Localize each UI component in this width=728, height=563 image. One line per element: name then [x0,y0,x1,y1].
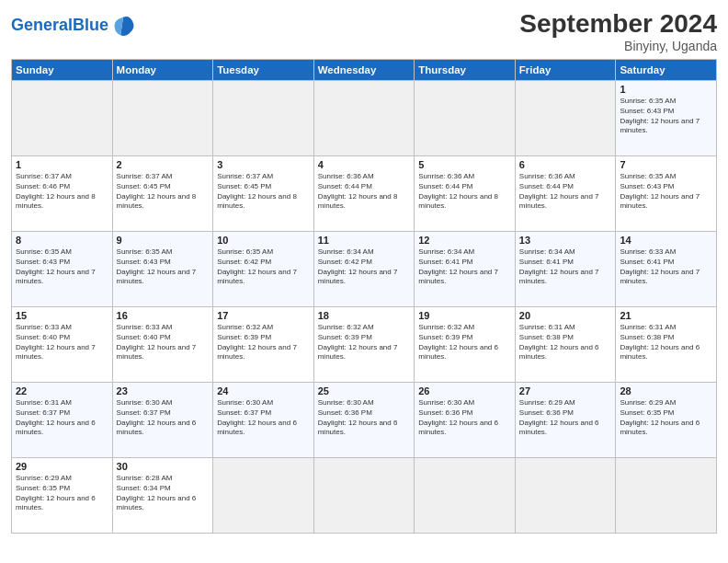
day-number: 29 [16,461,108,472]
cell-details: Sunrise: 6:33 AMSunset: 6:41 PMDaylight:… [620,247,712,287]
calendar-cell [112,81,213,156]
calendar-cell: 4Sunrise: 6:36 AMSunset: 6:44 PMDaylight… [313,156,415,232]
cell-details: Sunrise: 6:30 AMSunset: 6:36 PMDaylight:… [318,398,411,438]
calendar-cell: 16Sunrise: 6:33 AMSunset: 6:40 PMDayligh… [112,307,213,383]
calendar-cell: 24Sunrise: 6:30 AMSunset: 6:37 PMDayligh… [213,383,314,458]
calendar-cell: 6Sunrise: 6:36 AMSunset: 6:44 PMDaylight… [515,156,616,232]
cell-details: Sunrise: 6:35 AMSunset: 6:43 PMDaylight:… [620,97,712,136]
calendar-cell: 30Sunrise: 6:28 AMSunset: 6:34 PMDayligh… [112,458,213,534]
cell-details: Sunrise: 6:35 AMSunset: 6:43 PMDaylight:… [620,172,712,212]
calendar-cell [515,81,616,156]
calendar-cell: 1Sunrise: 6:37 AMSunset: 6:46 PMDaylight… [12,156,113,232]
logo: GeneralBlue [11,13,136,39]
day-number: 9 [117,235,210,246]
calendar-cell: 13Sunrise: 6:34 AMSunset: 6:41 PMDayligh… [515,232,616,307]
day-number: 21 [620,310,712,321]
day-header-saturday: Saturday [616,60,717,81]
calendar-cell: 26Sunrise: 6:30 AMSunset: 6:36 PMDayligh… [415,383,516,458]
day-number: 16 [117,310,210,321]
day-number: 19 [418,310,511,321]
header-row-days: SundayMondayTuesdayWednesdayThursdayFrid… [12,60,717,81]
month-title: September 2024 [519,9,717,39]
calendar-cell [313,458,415,534]
day-number: 28 [620,385,712,396]
day-number: 3 [217,159,310,170]
calendar-cell: 3Sunrise: 6:37 AMSunset: 6:45 PMDaylight… [213,156,314,232]
logo-blue: Blue [73,16,108,34]
week-row-6: 29Sunrise: 6:29 AMSunset: 6:35 PMDayligh… [12,458,717,534]
cell-details: Sunrise: 6:35 AMSunset: 6:42 PMDaylight:… [217,247,310,287]
day-number: 24 [217,385,310,396]
calendar-cell [12,81,113,156]
cell-details: Sunrise: 6:37 AMSunset: 6:46 PMDaylight:… [16,172,108,212]
day-number: 18 [318,310,411,321]
calendar-cell: 17Sunrise: 6:32 AMSunset: 6:39 PMDayligh… [213,307,314,383]
cell-details: Sunrise: 6:36 AMSunset: 6:44 PMDaylight:… [418,172,511,212]
day-number: 8 [16,235,108,246]
day-number: 12 [418,235,511,246]
calendar-cell: 25Sunrise: 6:30 AMSunset: 6:36 PMDayligh… [313,383,415,458]
calendar-cell: 7Sunrise: 6:35 AMSunset: 6:43 PMDaylight… [616,156,717,232]
day-number: 2 [117,159,210,170]
calendar-cell [213,81,314,156]
day-header-tuesday: Tuesday [213,60,314,81]
location: Binyiny, Uganda [519,39,717,53]
calendar-cell: 12Sunrise: 6:34 AMSunset: 6:41 PMDayligh… [415,232,516,307]
cell-details: Sunrise: 6:32 AMSunset: 6:39 PMDaylight:… [217,323,310,362]
day-number: 27 [519,385,612,396]
week-row-4: 15Sunrise: 6:33 AMSunset: 6:40 PMDayligh… [12,307,717,383]
cell-details: Sunrise: 6:33 AMSunset: 6:40 PMDaylight:… [16,323,108,362]
calendar-cell [213,458,314,534]
calendar-cell: 5Sunrise: 6:36 AMSunset: 6:44 PMDaylight… [415,156,516,232]
cell-details: Sunrise: 6:32 AMSunset: 6:39 PMDaylight:… [318,323,411,362]
cell-details: Sunrise: 6:28 AMSunset: 6:34 PMDaylight:… [117,474,210,513]
cell-details: Sunrise: 6:31 AMSunset: 6:37 PMDaylight:… [16,398,108,438]
calendar-cell: 23Sunrise: 6:30 AMSunset: 6:37 PMDayligh… [112,383,213,458]
calendar-cell: 15Sunrise: 6:33 AMSunset: 6:40 PMDayligh… [12,307,113,383]
day-number: 6 [519,159,612,170]
day-number: 4 [318,159,411,170]
cell-details: Sunrise: 6:37 AMSunset: 6:45 PMDaylight:… [217,172,310,212]
title-block: September 2024 Binyiny, Uganda [519,9,717,53]
calendar-cell: 11Sunrise: 6:34 AMSunset: 6:42 PMDayligh… [313,232,415,307]
calendar-cell [515,458,616,534]
calendar-cell: 29Sunrise: 6:29 AMSunset: 6:35 PMDayligh… [12,458,113,534]
calendar-cell: 10Sunrise: 6:35 AMSunset: 6:42 PMDayligh… [213,232,314,307]
cell-details: Sunrise: 6:37 AMSunset: 6:45 PMDaylight:… [117,172,210,212]
week-row-2: 1Sunrise: 6:37 AMSunset: 6:46 PMDaylight… [12,156,717,232]
cell-details: Sunrise: 6:30 AMSunset: 6:36 PMDaylight:… [418,398,511,438]
calendar-cell [313,81,415,156]
calendar-cell: 9Sunrise: 6:35 AMSunset: 6:43 PMDaylight… [112,232,213,307]
day-header-sunday: Sunday [12,60,113,81]
calendar-cell [415,81,516,156]
cell-details: Sunrise: 6:35 AMSunset: 6:43 PMDaylight:… [117,247,210,287]
calendar-cell: 8Sunrise: 6:35 AMSunset: 6:43 PMDaylight… [12,232,113,307]
day-number: 26 [418,385,511,396]
day-number: 5 [418,159,511,170]
calendar-cell: 19Sunrise: 6:32 AMSunset: 6:39 PMDayligh… [415,307,516,383]
cell-details: Sunrise: 6:36 AMSunset: 6:44 PMDaylight:… [318,172,411,212]
cell-details: Sunrise: 6:29 AMSunset: 6:35 PMDaylight:… [16,474,108,513]
day-number: 7 [620,159,712,170]
cell-details: Sunrise: 6:34 AMSunset: 6:41 PMDaylight:… [418,247,511,287]
calendar-cell: 28Sunrise: 6:29 AMSunset: 6:35 PMDayligh… [616,383,717,458]
day-number: 15 [16,310,108,321]
calendar-cell: 20Sunrise: 6:31 AMSunset: 6:38 PMDayligh… [515,307,616,383]
day-number: 30 [117,461,210,472]
cell-details: Sunrise: 6:31 AMSunset: 6:38 PMDaylight:… [620,323,712,362]
cell-details: Sunrise: 6:36 AMSunset: 6:44 PMDaylight:… [519,172,612,212]
day-number: 20 [519,310,612,321]
cell-details: Sunrise: 6:30 AMSunset: 6:37 PMDaylight:… [217,398,310,438]
day-number: 14 [620,235,712,246]
day-number: 11 [318,235,411,246]
calendar-cell: 14Sunrise: 6:33 AMSunset: 6:41 PMDayligh… [616,232,717,307]
day-number: 17 [217,310,310,321]
cell-details: Sunrise: 6:32 AMSunset: 6:39 PMDaylight:… [418,323,511,362]
calendar-cell: 18Sunrise: 6:32 AMSunset: 6:39 PMDayligh… [313,307,415,383]
calendar-cell [616,458,717,534]
day-header-monday: Monday [112,60,213,81]
logo-text: GeneralBlue [11,17,108,35]
day-number: 10 [217,235,310,246]
day-header-thursday: Thursday [415,60,516,81]
week-row-5: 22Sunrise: 6:31 AMSunset: 6:37 PMDayligh… [12,383,717,458]
